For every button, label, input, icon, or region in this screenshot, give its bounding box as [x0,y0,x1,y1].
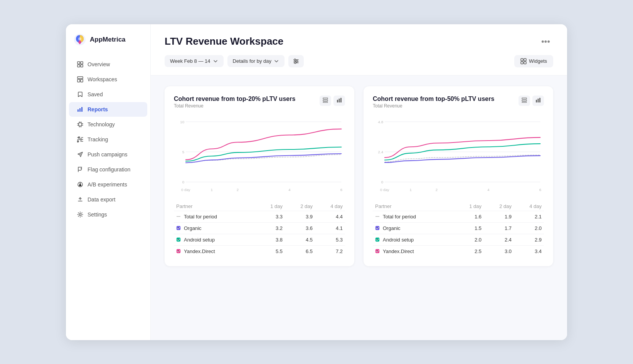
sidebar-item-label: Tracking [88,136,108,143]
chart-card-2: Cohort revenue from top-50% pLTV users T… [364,86,553,266]
svg-rect-7 [77,79,80,82]
day2-header: 2 day [484,202,514,211]
partner-name: Yandex.Direct [174,245,255,257]
day4-value: 2.1 [514,211,544,222]
partner-name: Yandex.Direct [373,245,454,257]
sidebar-item-technology[interactable]: Technology [69,117,147,132]
svg-rect-35 [323,100,328,101]
day1-value: 3.8 [255,234,285,245]
svg-rect-12 [79,123,82,126]
sliders-icon [77,136,84,143]
sidebar-item-workspaces[interactable]: Workspaces [69,72,147,87]
svg-rect-51 [177,216,180,217]
svg-text:0: 0 [381,180,383,184]
table-view-button[interactable] [519,96,530,106]
svg-text:0: 0 [182,180,184,184]
sidebar-item-tracking[interactable]: Tracking [69,132,147,147]
filter-icon-button[interactable] [288,55,304,67]
partner-header: Partner [174,202,255,211]
sidebar-item-saved[interactable]: Saved [69,87,147,102]
svg-text:4.8: 4.8 [378,119,383,124]
card-subtitle: Total Revenue [174,103,295,109]
week-filter-button[interactable]: Week Feb 8 — 14 [165,55,224,67]
week-filter-label: Week Feb 8 — 14 [170,58,210,64]
sidebar-item-push[interactable]: Push campaigns [69,147,147,162]
table-row: Total for period 3.3 3.9 4.4 [174,211,345,222]
sidebar-item-label: Workspaces [88,76,117,82]
svg-line-21 [80,154,81,155]
card-actions [320,96,345,106]
svg-text:1: 1 [210,187,212,191]
app-logo-icon [74,34,86,46]
day2-value: 4.5 [285,234,315,245]
day1-value: 3.3 [255,211,285,222]
sidebar-item-settings[interactable]: Settings [69,207,147,222]
day4-value: 2.0 [514,222,544,234]
details-filter-label: Details for by day [233,58,271,64]
svg-rect-30 [521,59,523,61]
bar-chart-view-button[interactable] [333,96,345,106]
svg-rect-2 [77,62,80,64]
svg-text:6: 6 [340,187,342,191]
svg-rect-39 [340,98,342,102]
partner-dot [375,226,380,230]
sidebar-item-reports[interactable]: Reports [69,102,147,117]
chart-card-1: Cohort revenue from top-20% pLTV users T… [165,86,354,266]
day1-header: 1 day [255,202,285,211]
bar-chart-view-button[interactable] [532,96,544,106]
table-view-button[interactable] [320,96,331,106]
sidebar-item-label: Overview [88,61,110,67]
svg-text:4: 4 [487,187,490,191]
day4-value: 4.4 [315,211,345,222]
svg-text:10: 10 [180,119,184,124]
sidebar-item-label: Settings [88,211,107,218]
svg-rect-10 [79,108,81,112]
partner-name: Organic [373,222,454,234]
partner-dot [375,237,380,242]
day2-value: 3.6 [285,222,315,234]
chevron-down-icon-2 [274,59,279,64]
svg-text:5: 5 [182,150,184,154]
partner-dot [176,237,181,242]
day1-value: 1.5 [454,222,484,234]
sidebar: AppMetrica Overview Workspaces Saved Rep… [66,24,151,340]
partner-dot [375,249,380,253]
table-row: Yandex.Direct 5.5 6.5 7.2 [174,245,345,257]
day2-value: 6.5 [285,245,315,257]
main-content: LTV Revenue Workspace ••• Week Feb 8 — 1… [151,24,567,340]
sidebar-item-overview[interactable]: Overview [69,57,147,72]
widgets-icon [520,58,527,64]
sidebar-item-export[interactable]: Data export [69,192,147,207]
sidebar-item-flag[interactable]: Flag configuration [69,162,147,177]
svg-text:2: 2 [436,187,438,191]
day1-value: 1.6 [454,211,484,222]
svg-rect-55 [522,98,527,99]
top-bar: LTV Revenue Workspace ••• Week Feb 8 — 1… [151,24,567,75]
svg-rect-11 [81,107,82,112]
svg-text:0 day: 0 day [380,187,389,191]
app-container: AppMetrica Overview Workspaces Saved Rep… [66,24,567,340]
svg-rect-36 [323,102,328,102]
partner-name: Total for period [174,211,255,222]
sidebar-item-ab[interactable]: A/B experiments [69,177,147,192]
svg-rect-8 [81,79,83,82]
day2-value: 1.9 [484,211,514,222]
sidebar-item-label: Data export [88,196,115,203]
chart-area: 4.82.400 day1246 [373,115,544,196]
day4-value: 7.2 [315,245,345,257]
svg-point-27 [294,59,296,60]
widgets-button[interactable]: Widgets [514,55,553,67]
day4-value: 3.4 [514,245,544,257]
sidebar-item-label: Flag configuration [88,166,130,173]
table-body: Total for period 1.6 1.9 2.1 Organic 1.5… [373,211,544,257]
table-row: Organic 3.2 3.6 4.1 [174,222,345,234]
partner-name: Android setup [174,234,255,245]
data-table: Partner 1 day 2 day 4 day Total for peri… [373,202,544,257]
details-filter-button[interactable]: Details for by day [227,55,285,67]
more-options-button[interactable]: ••• [538,35,553,48]
partner-dot [176,249,181,253]
day2-header: 2 day [285,202,315,211]
day2-value: 3.9 [285,211,315,222]
sidebar-item-label: Reports [88,106,108,112]
partner-header: Partner [373,202,454,211]
